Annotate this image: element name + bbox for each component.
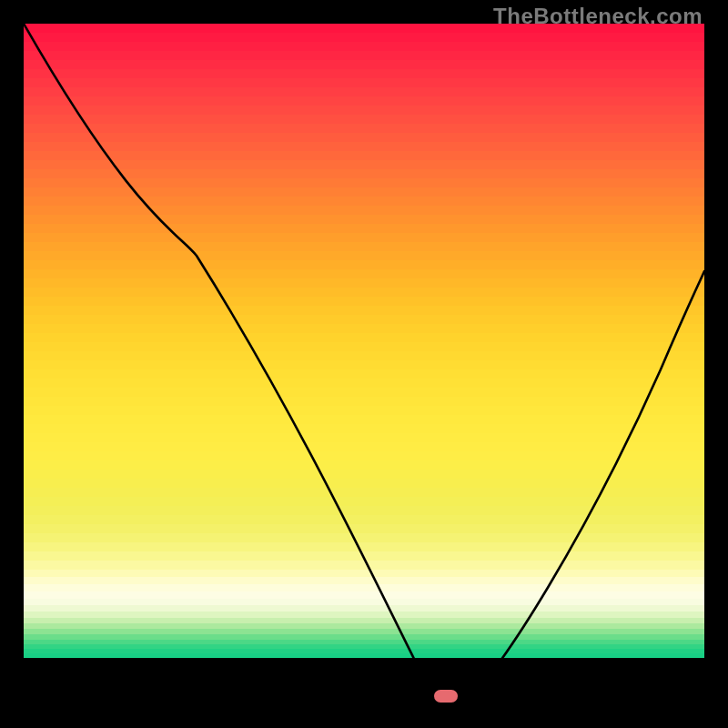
optimal-marker (434, 690, 458, 703)
chart-frame: TheBottleneck.com (0, 0, 728, 728)
bottleneck-curve (24, 24, 704, 704)
plot-area (24, 24, 704, 704)
watermark-text: TheBottleneck.com (493, 4, 703, 29)
